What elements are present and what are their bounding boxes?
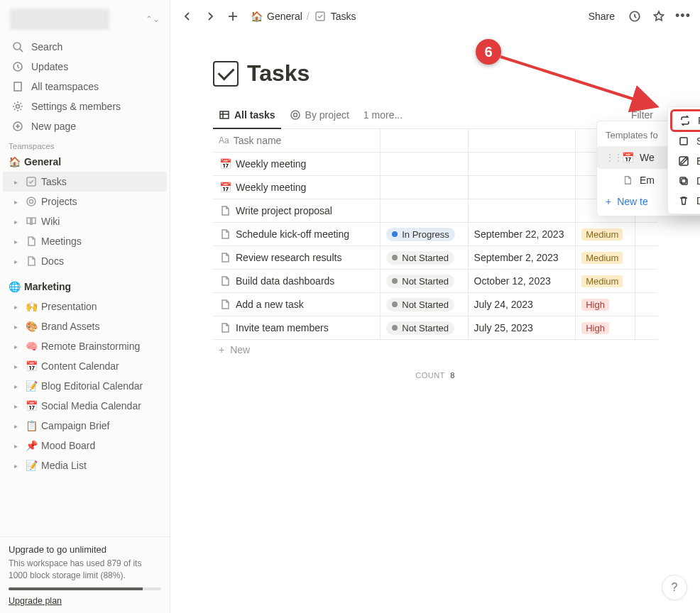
page-wiki[interactable]: ▸ Wiki — [3, 211, 167, 231]
upgrade-link[interactable]: Upgrade plan — [9, 596, 62, 606]
nav-back-button[interactable] — [179, 8, 196, 25]
chevron-right-icon[interactable]: ▸ — [10, 236, 21, 247]
sidebar-search[interactable]: Search — [4, 37, 165, 57]
task-status[interactable] — [381, 153, 468, 175]
chevron-right-icon[interactable]: ▸ — [10, 360, 21, 372]
task-name[interactable]: Schedule kick-off meeting — [236, 228, 349, 240]
column-header-date[interactable] — [469, 129, 576, 152]
task-status[interactable]: Not Started — [381, 293, 468, 316]
page-docs[interactable]: ▸ Docs — [3, 251, 167, 271]
menu-delete[interactable]: Delete — [671, 191, 700, 211]
menu-repeat[interactable]: Repeat Off ⌄ — [670, 109, 700, 132]
clock-button[interactable] — [626, 8, 643, 25]
chevron-right-icon[interactable]: ▸ — [10, 321, 21, 332]
chevron-right-icon[interactable]: ▸ — [10, 400, 21, 412]
table-row[interactable]: Build data dashboardsNot StartedOctober … — [213, 270, 657, 293]
task-status[interactable] — [381, 199, 468, 222]
chevron-right-icon[interactable]: ▸ — [10, 176, 21, 187]
chevron-right-icon[interactable]: ▸ — [10, 301, 21, 312]
task-date[interactable] — [469, 199, 576, 222]
view-tab-by-project[interactable]: By project — [284, 104, 355, 126]
chevron-right-icon[interactable]: ▸ — [10, 255, 21, 267]
share-button[interactable]: Share — [584, 8, 619, 25]
chevron-right-icon[interactable]: ▸ — [10, 460, 21, 471]
chevron-right-icon[interactable]: ▸ — [10, 196, 21, 207]
task-name[interactable]: Add a new task — [236, 299, 304, 310]
task-date[interactable]: September 22, 2023 — [469, 223, 576, 245]
page-tasks[interactable]: ▸ Tasks — [3, 172, 167, 192]
sidebar-new-page[interactable]: New page — [4, 116, 165, 136]
more-button[interactable]: ••• — [674, 8, 691, 25]
table-row[interactable]: Add a new taskNot StartedJuly 24, 2023Hi… — [213, 293, 657, 316]
column-header-status[interactable] — [381, 129, 468, 152]
task-name[interactable]: Write project proposal — [236, 205, 332, 216]
menu-set-default[interactable]: Set as default — [671, 131, 700, 151]
teamspace-general[interactable]: 🏠 General — [3, 152, 167, 172]
page-presentation[interactable]: ▸🙌Presentation — [3, 297, 167, 316]
page-campaign-brief[interactable]: ▸📋Campaign Brief — [3, 416, 167, 436]
table-row[interactable]: Review research resultsNot StartedSeptem… — [213, 246, 657, 270]
task-name[interactable]: Build data dashboards — [236, 275, 334, 287]
task-date[interactable] — [469, 176, 576, 199]
column-header-name[interactable]: Aa Task name — [213, 129, 381, 152]
task-date[interactable]: September 2, 2023 — [469, 246, 576, 269]
page-media-list[interactable]: ▸📝Media List — [3, 455, 167, 475]
task-date[interactable]: July 24, 2023 — [469, 293, 576, 316]
breadcrumb-current[interactable]: Tasks — [331, 11, 356, 22]
new-row-button[interactable]: + New — [213, 340, 657, 360]
task-status[interactable]: Not Started — [381, 246, 468, 269]
workspace-switcher[interactable]: ⌃⌄ — [6, 6, 164, 33]
task-name[interactable]: Weekly meeting — [236, 158, 306, 170]
task-name[interactable]: Review research results — [236, 252, 341, 263]
table-row[interactable]: Invite team membersNot StartedJuly 25, 2… — [213, 316, 657, 340]
page-icon-checkbox[interactable] — [213, 61, 239, 87]
new-tab-button[interactable] — [224, 8, 241, 25]
nav-forward-button[interactable] — [202, 8, 219, 25]
chevron-right-icon[interactable]: ▸ — [10, 440, 21, 451]
task-date[interactable]: July 25, 2023 — [469, 316, 576, 339]
table-row[interactable]: 📅Weekly meeting — [213, 176, 657, 199]
breadcrumb-parent[interactable]: General — [267, 11, 302, 22]
task-name[interactable]: Weekly meeting — [236, 182, 306, 193]
page-title[interactable]: Tasks — [247, 60, 310, 87]
drag-handle-icon[interactable]: ⋮⋮ — [606, 153, 616, 162]
filter-button[interactable]: Filter — [631, 109, 653, 121]
view-tab-more[interactable]: 1 more... — [358, 104, 408, 126]
help-button[interactable]: ? — [662, 575, 687, 600]
chevron-right-icon[interactable]: ▸ — [10, 216, 21, 227]
task-name[interactable]: Invite team members — [236, 322, 329, 333]
sidebar-updates[interactable]: Updates — [4, 57, 165, 77]
task-status[interactable] — [381, 176, 468, 199]
teamspace-marketing[interactable]: 🌐 Marketing — [3, 277, 167, 297]
page-mood-board[interactable]: ▸📌Mood Board — [3, 436, 167, 455]
menu-edit[interactable]: Edit — [671, 151, 700, 171]
sidebar-settings[interactable]: Settings & members — [4, 96, 165, 116]
star-button[interactable] — [650, 8, 667, 25]
chevron-right-icon[interactable]: ▸ — [10, 380, 21, 392]
page-meetings[interactable]: ▸ Meetings — [3, 231, 167, 251]
task-status[interactable]: Not Started — [381, 270, 468, 292]
view-tab-all-tasks[interactable]: All tasks — [213, 101, 281, 129]
page-social-media-calendar[interactable]: ▸📅Social Media Calendar — [3, 396, 167, 416]
page-projects[interactable]: ▸ Projects — [3, 192, 167, 211]
table-row[interactable]: Schedule kick-off meetingIn ProgressSept… — [213, 223, 657, 246]
task-date[interactable] — [469, 153, 576, 175]
table-row[interactable]: 📅Weekly meeting — [213, 153, 657, 176]
page-brand-assets[interactable]: ▸🎨Brand Assets — [3, 316, 167, 336]
sidebar-all-teamspaces[interactable]: All teamspaces — [4, 77, 165, 96]
task-priority[interactable]: Medium — [576, 246, 635, 269]
task-priority[interactable]: Medium — [576, 223, 635, 245]
table-row[interactable]: Write project proposal — [213, 199, 657, 223]
chevron-right-icon[interactable]: ▸ — [10, 341, 21, 352]
task-priority[interactable]: High — [576, 293, 635, 316]
task-priority[interactable]: Medium — [576, 270, 635, 292]
chevron-right-icon[interactable]: ▸ — [10, 420, 21, 431]
page-remote-brainstorming[interactable]: ▸🧠Remote Brainstorming — [3, 336, 167, 356]
task-status[interactable]: In Progress — [381, 223, 468, 245]
task-priority[interactable]: High — [576, 316, 635, 339]
page-content-calendar[interactable]: ▸📅Content Calendar — [3, 356, 167, 376]
task-status[interactable]: Not Started — [381, 316, 468, 339]
page-blog-editorial-calendar[interactable]: ▸📝Blog Editorial Calendar — [3, 376, 167, 396]
task-date[interactable]: October 12, 2023 — [469, 270, 576, 292]
menu-duplicate[interactable]: Duplicate — [671, 171, 700, 191]
